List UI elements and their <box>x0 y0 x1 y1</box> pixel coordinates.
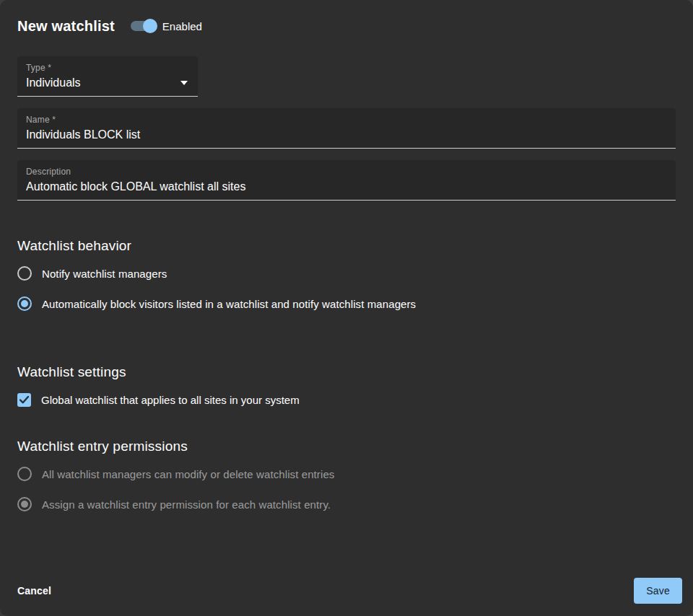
settings-section-heading: Watchlist settings <box>17 364 676 380</box>
enabled-toggle[interactable]: Enabled <box>131 20 202 32</box>
new-watchlist-dialog: New watchlist Enabled Type * Individuals… <box>0 0 693 616</box>
type-select[interactable]: Type * Individuals <box>17 56 198 97</box>
radio-option-notify-managers[interactable]: Notify watchlist managers <box>17 263 676 283</box>
checkmark-icon <box>19 396 29 404</box>
toggle-track-icon[interactable] <box>131 21 155 31</box>
dialog-footer: Cancel Save <box>17 578 682 604</box>
radio-option-label: Notify watchlist managers <box>42 268 167 280</box>
name-field[interactable]: Name * <box>17 108 676 149</box>
radio-option-label: Automatically block visitors listed in a… <box>42 298 416 310</box>
radio-option-assign-permission-disabled: Assign a watchlist entry permission for … <box>17 494 676 514</box>
type-select-label: Type * <box>26 63 189 73</box>
description-field-label: Description <box>26 167 667 177</box>
cancel-button[interactable]: Cancel <box>17 581 51 601</box>
radio-option-label: Assign a watchlist entry permission for … <box>42 498 331 511</box>
save-button[interactable]: Save <box>634 578 682 604</box>
type-select-value: Individuals <box>26 76 81 89</box>
permissions-section-heading: Watchlist entry permissions <box>17 439 676 454</box>
page-title: New watchlist <box>17 18 115 35</box>
radio-unselected-icon[interactable] <box>17 266 32 281</box>
radio-option-all-managers-disabled: All watchlist managers can modify or del… <box>17 464 676 484</box>
checkbox-checked-icon[interactable] <box>17 393 31 407</box>
radio-option-auto-block[interactable]: Automatically block visitors listed in a… <box>17 294 676 314</box>
radio-option-label: All watchlist managers can modify or del… <box>42 468 334 480</box>
toggle-thumb-icon[interactable] <box>143 19 157 33</box>
radio-disabled-selected-icon <box>17 497 32 511</box>
radio-disabled-unselected-icon <box>17 467 32 481</box>
checkbox-label: Global watchlist that applies to all sit… <box>41 394 300 406</box>
global-watchlist-checkbox[interactable]: Global watchlist that applies to all sit… <box>17 390 676 409</box>
name-field-label: Name * <box>26 115 667 125</box>
description-input[interactable] <box>26 180 667 193</box>
name-input[interactable] <box>26 128 667 141</box>
dialog-header: New watchlist Enabled <box>17 0 676 36</box>
radio-selected-icon[interactable] <box>17 296 32 311</box>
dropdown-arrow-icon[interactable] <box>180 81 188 85</box>
description-field[interactable]: Description <box>17 160 676 201</box>
behavior-section-heading: Watchlist behavior <box>17 238 676 254</box>
enabled-toggle-label: Enabled <box>162 20 202 32</box>
